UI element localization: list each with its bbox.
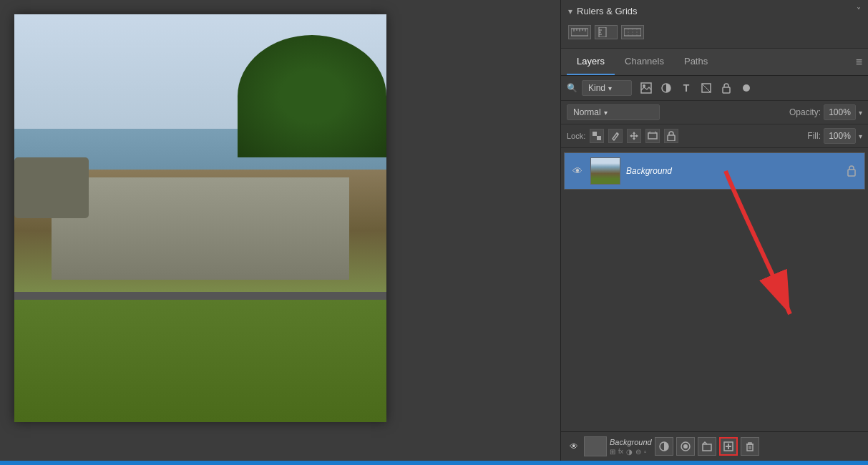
svg-rect-23 <box>597 132 601 136</box>
svg-line-18 <box>702 84 711 92</box>
rulers-grids-section: ▾ Rulers & Grids ˅ <box>561 0 868 49</box>
photo-rocks <box>14 157 89 219</box>
filter-icon-dot[interactable] <box>739 81 754 95</box>
tab-paths[interactable]: Paths <box>674 49 718 75</box>
filter-kind-chevron: ▾ <box>608 84 612 92</box>
bottom-layer-info: Background ⊞ fx ◑ ⊖ ▫ <box>610 438 652 456</box>
opacity-row: Opacity: 100% ▾ <box>789 104 862 120</box>
photo-canvas <box>14 14 386 422</box>
svg-rect-22 <box>597 136 601 140</box>
bottom-actions <box>655 437 759 456</box>
layers-bottom-bar: 👁 Background ⊞ fx ◑ ⊖ ▫ <box>561 431 868 461</box>
ruler-icon-1[interactable] <box>568 25 591 39</box>
filter-icons: T <box>639 81 754 95</box>
svg-point-25 <box>617 133 619 135</box>
svg-point-40 <box>683 444 688 449</box>
svg-rect-35 <box>668 135 675 141</box>
photo-grass <box>14 300 386 422</box>
rulers-grids-collapse-icon[interactable]: ˅ <box>857 6 861 16</box>
svg-rect-24 <box>593 136 597 140</box>
fill-input[interactable]: 100% <box>824 128 856 144</box>
layer-thumb-image <box>591 158 620 184</box>
svg-rect-19 <box>723 87 730 93</box>
lock-row: Lock: <box>561 124 868 148</box>
create-group-button[interactable] <box>698 437 716 456</box>
ruler-svg-2 <box>598 27 615 37</box>
bottom-icon-mask: ◑ <box>626 448 633 456</box>
filter-icon-text[interactable]: T <box>679 81 693 95</box>
filter-icon-image[interactable] <box>639 81 653 95</box>
layer-visibility-toggle[interactable]: 👁 <box>570 164 585 178</box>
bottom-visibility-toggle[interactable]: 👁 <box>567 439 581 454</box>
photo-trees <box>238 35 386 157</box>
svg-rect-36 <box>848 170 855 176</box>
bottom-icons-row: ⊞ fx ◑ ⊖ ▫ <box>610 448 652 456</box>
filter-row: 🔍 Kind ▾ T <box>561 76 868 101</box>
new-layer-button[interactable] <box>719 437 738 456</box>
layers-list: 👁 Background <box>561 148 868 293</box>
layers-tabs: Layers Channels Paths ≡ <box>561 49 868 76</box>
bottom-status-bar <box>0 461 868 465</box>
ruler-icon-3[interactable] <box>621 25 644 39</box>
svg-rect-41 <box>703 444 711 451</box>
ruler-icon-2[interactable] <box>595 25 618 39</box>
delete-layer-button[interactable] <box>741 437 759 456</box>
fill-chevron[interactable]: ▾ <box>859 132 862 140</box>
filter-icon-circle[interactable] <box>659 81 673 95</box>
layer-thumbnail <box>590 157 620 185</box>
panel-menu-icon[interactable]: ≡ <box>856 56 862 69</box>
rulers-grids-header: ▾ Rulers & Grids ˅ <box>568 6 861 16</box>
lock-icon-paint[interactable] <box>608 129 623 143</box>
svg-rect-21 <box>593 132 597 136</box>
rulers-grids-header-left: ▾ Rulers & Grids <box>568 6 638 16</box>
layer-item-background[interactable]: 👁 Background <box>564 152 865 190</box>
svg-point-20 <box>743 84 750 92</box>
svg-marker-29 <box>633 138 635 140</box>
lock-icon-lock[interactable] <box>664 129 678 143</box>
rulers-chevron-icon[interactable]: ▾ <box>568 6 572 16</box>
svg-rect-45 <box>747 444 753 451</box>
svg-marker-31 <box>636 134 638 137</box>
svg-marker-28 <box>633 132 635 134</box>
filter-kind-dropdown[interactable]: Kind ▾ <box>582 80 632 96</box>
ruler-svg-3 <box>624 27 641 37</box>
photo-road <box>52 177 349 280</box>
opacity-chevron[interactable]: ▾ <box>859 109 862 117</box>
bottom-icon-adj: ⊖ <box>635 448 641 456</box>
svg-rect-32 <box>648 133 657 139</box>
fill-row: Fill: 100% ▾ <box>807 128 862 144</box>
filter-icon-shape[interactable] <box>699 81 713 95</box>
bottom-icon-link: ⊞ <box>610 448 615 456</box>
rulers-icons <box>568 22 861 42</box>
filter-icon-lock[interactable] <box>719 81 733 95</box>
bottom-layer-name: Background <box>610 438 652 446</box>
tab-channels[interactable]: Channels <box>615 49 674 75</box>
create-fill-layer-button[interactable] <box>655 437 673 456</box>
photo-container <box>14 14 386 422</box>
blend-mode-dropdown[interactable]: Normal ▾ <box>567 104 660 120</box>
canvas-area <box>0 0 560 461</box>
filter-kind-label: Kind <box>588 83 605 93</box>
add-layer-mask-button[interactable] <box>676 437 695 456</box>
bottom-icon-fx: fx <box>618 448 623 456</box>
opacity-input[interactable]: 100% <box>824 104 856 120</box>
fill-label: Fill: <box>807 131 821 141</box>
lock-icon-transparency[interactable] <box>590 129 604 143</box>
lock-icon-artboard[interactable] <box>645 129 660 143</box>
tab-layers[interactable]: Layers <box>567 49 615 75</box>
bottom-layer-thumb <box>584 436 607 456</box>
lock-icon-move[interactable] <box>627 129 641 143</box>
opacity-label: Opacity: <box>789 107 821 117</box>
blend-mode-value: Normal <box>573 107 601 117</box>
rulers-grids-title: Rulers & Grids <box>577 6 638 16</box>
layer-name: Background <box>626 166 839 176</box>
lock-icons <box>590 129 678 143</box>
main-area: ▾ Rulers & Grids ˅ <box>0 0 868 461</box>
layer-lock-icon <box>844 164 859 178</box>
lock-label: Lock: <box>567 132 585 140</box>
ruler-svg-1 <box>571 27 588 37</box>
blend-mode-chevron: ▾ <box>604 109 608 117</box>
layers-panel: Layers Channels Paths ≡ 🔍 Kind ▾ <box>561 49 868 461</box>
right-panel: ▾ Rulers & Grids ˅ <box>560 0 868 461</box>
blend-mode-row: Normal ▾ Opacity: 100% ▾ <box>561 101 868 124</box>
